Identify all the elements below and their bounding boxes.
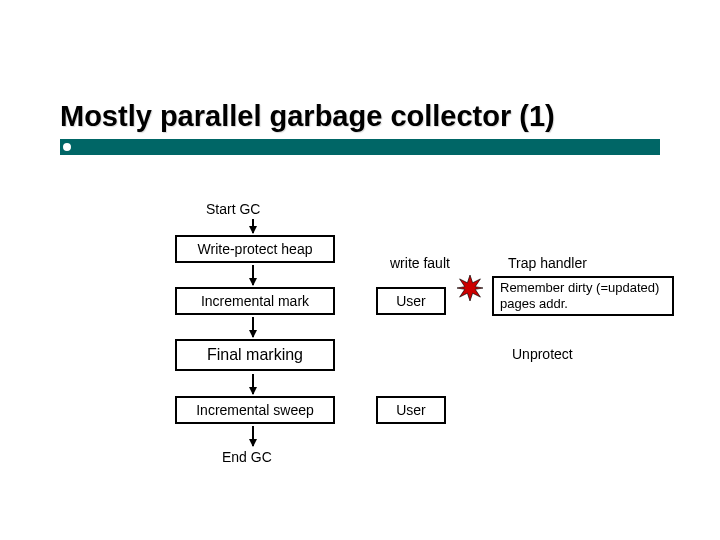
arrow-down-4 bbox=[252, 374, 254, 394]
arrow-down-2 bbox=[252, 265, 254, 285]
user-box-1: User bbox=[376, 287, 446, 315]
write-protect-heap-box: Write-protect heap bbox=[175, 235, 335, 263]
remember-dirty-box: Remember dirty (=updated) pages addr. bbox=[492, 276, 674, 316]
final-marking-box: Final marking bbox=[175, 339, 335, 371]
svg-marker-0 bbox=[457, 275, 483, 301]
title-bullet-circle bbox=[60, 140, 74, 154]
slide-header: Mostly parallel garbage collector (1) bbox=[60, 100, 660, 155]
incremental-mark-box: Incremental mark bbox=[175, 287, 335, 315]
write-fault-label: write fault bbox=[390, 255, 450, 271]
starburst-icon bbox=[457, 275, 483, 301]
trap-handler-label: Trap handler bbox=[508, 255, 587, 271]
unprotect-label: Unprotect bbox=[512, 346, 573, 362]
arrow-down-5 bbox=[252, 426, 254, 446]
start-gc-label: Start GC bbox=[206, 201, 260, 217]
slide-title: Mostly parallel garbage collector (1) bbox=[60, 100, 660, 133]
incremental-sweep-box: Incremental sweep bbox=[175, 396, 335, 424]
arrow-down-1 bbox=[252, 219, 254, 233]
user-box-2: User bbox=[376, 396, 446, 424]
arrow-down-3 bbox=[252, 317, 254, 337]
title-underline bbox=[60, 139, 660, 155]
end-gc-label: End GC bbox=[222, 449, 272, 465]
